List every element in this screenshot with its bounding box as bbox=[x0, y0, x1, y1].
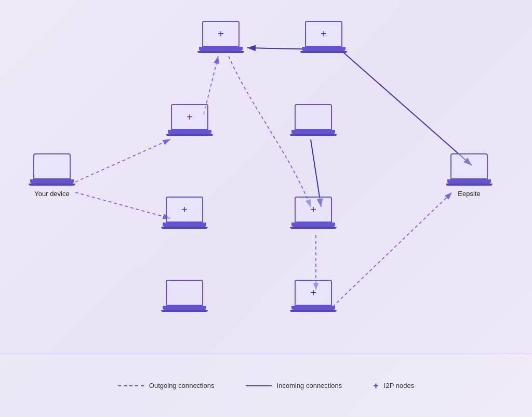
eepsite-label: Eepsite bbox=[458, 190, 480, 198]
legend-incoming-label: Incoming connections bbox=[277, 382, 342, 389]
node-right-top: + bbox=[300, 21, 347, 53]
laptop-screen bbox=[295, 104, 332, 130]
node-top-center: + bbox=[197, 21, 244, 53]
your-device-node: Your device bbox=[29, 153, 75, 198]
eepsite-node: Eepsite bbox=[446, 153, 493, 198]
svg-line-8 bbox=[343, 52, 472, 165]
laptop-screen: + bbox=[166, 197, 203, 223]
node-mid-right bbox=[290, 104, 337, 136]
node-mid-left-low: + bbox=[161, 197, 208, 229]
your-device-label: Your device bbox=[34, 190, 69, 198]
laptop-screen bbox=[33, 153, 71, 179]
legend-plus-icon: + bbox=[373, 381, 379, 390]
legend-area: Outgoing connections Incoming connection… bbox=[0, 354, 532, 417]
laptop-screen: + bbox=[295, 280, 332, 306]
laptop-screen: + bbox=[305, 21, 342, 47]
legend-solid-line bbox=[246, 385, 272, 386]
laptop-screen bbox=[450, 153, 488, 179]
legend-outgoing: Outgoing connections bbox=[118, 382, 215, 389]
legend-outgoing-label: Outgoing connections bbox=[149, 382, 215, 389]
legend-nodes: + I2P nodes bbox=[373, 381, 414, 390]
legend-nodes-label: I2P nodes bbox=[384, 382, 414, 389]
node-mid-top: + bbox=[166, 104, 213, 136]
legend-dashed-line bbox=[118, 385, 144, 386]
laptop-screen: + bbox=[202, 21, 240, 47]
svg-line-3 bbox=[75, 192, 170, 218]
laptop-screen: + bbox=[295, 197, 332, 223]
node-bot-center: + bbox=[290, 280, 337, 312]
svg-line-2 bbox=[75, 139, 170, 182]
diagram-area: Your device + + + + + bbox=[0, 0, 532, 354]
node-bot-left bbox=[161, 280, 208, 312]
legend-incoming: Incoming connections bbox=[246, 382, 342, 389]
laptop-screen: + bbox=[171, 104, 208, 130]
svg-line-6 bbox=[332, 192, 452, 307]
node-mid-center-low: + bbox=[290, 197, 337, 229]
laptop-screen bbox=[166, 280, 203, 306]
